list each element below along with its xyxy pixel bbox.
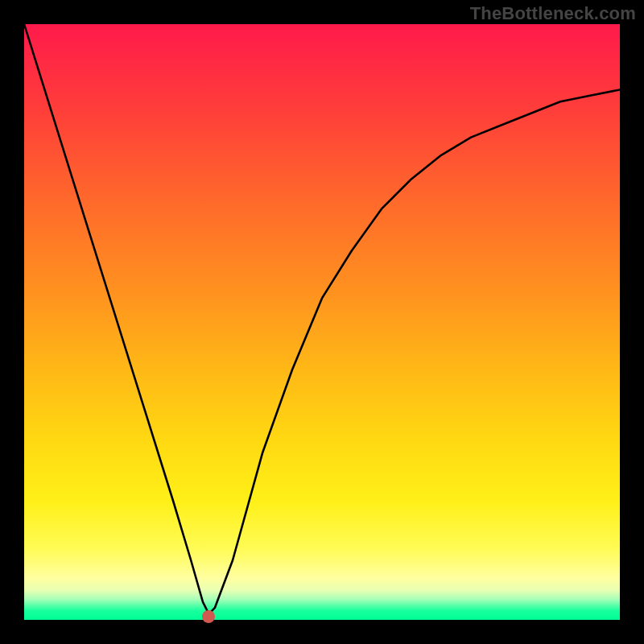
chart-frame: TheBottleneck.com	[0, 0, 644, 644]
minimum-marker	[202, 610, 215, 623]
bottleneck-curve	[24, 24, 620, 614]
watermark-text: TheBottleneck.com	[470, 3, 636, 24]
curve-svg	[24, 24, 620, 620]
